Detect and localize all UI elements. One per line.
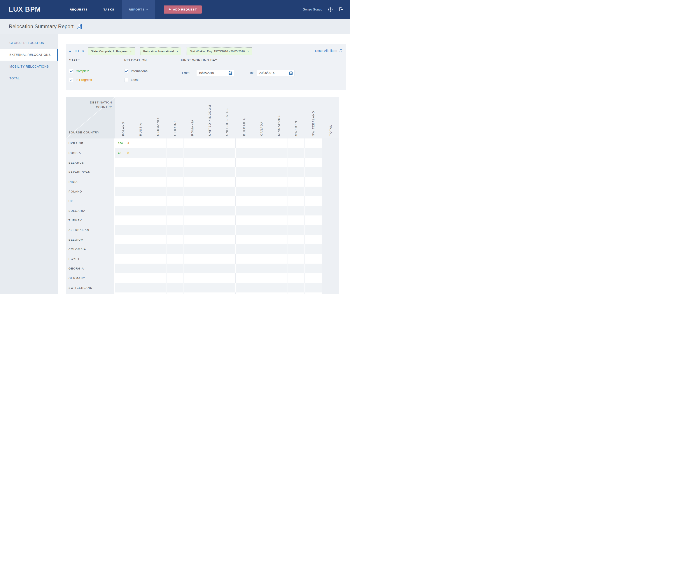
to-date-input[interactable] bbox=[257, 71, 289, 75]
table-cell bbox=[149, 235, 166, 244]
table-cell bbox=[184, 215, 201, 225]
checkbox-complete[interactable]: Complete bbox=[69, 69, 89, 73]
table-cell bbox=[149, 244, 166, 254]
table-cell bbox=[166, 187, 184, 196]
column-header-label: RUSSIA bbox=[139, 123, 142, 136]
table-cell bbox=[218, 244, 236, 254]
table-cell bbox=[287, 167, 305, 177]
table-cell bbox=[149, 196, 166, 206]
table-cell bbox=[236, 254, 253, 264]
from-date-field[interactable] bbox=[196, 70, 234, 76]
logout-icon[interactable] bbox=[339, 7, 343, 12]
table-cell bbox=[287, 292, 305, 294]
table-cell bbox=[201, 273, 218, 283]
column-header-germaniy: GERMANIY bbox=[149, 97, 166, 138]
sidebar-item-global-relocation[interactable]: GLOBAL RELOCATION bbox=[0, 37, 58, 49]
column-header-label: TOTAL bbox=[329, 125, 332, 136]
chip-label: State: Complete, In Progress bbox=[91, 50, 128, 53]
calendar-icon[interactable] bbox=[229, 71, 232, 75]
table-cell bbox=[184, 138, 201, 148]
table-cell bbox=[236, 264, 253, 273]
column-header-label: SWITZERLAND bbox=[312, 111, 315, 136]
chip-label: First Working Day: 19/05/2016 - 20/05/20… bbox=[190, 50, 245, 53]
sidebar-item-external-relocations[interactable]: EXTERNAL RELOCATIONS bbox=[0, 49, 58, 61]
table-cell bbox=[149, 177, 166, 187]
table-cell bbox=[166, 148, 184, 158]
checkbox-local[interactable]: Local bbox=[124, 78, 138, 82]
filter-chip-relocation[interactable]: Relocation: International × bbox=[140, 47, 181, 55]
reset-all-filters[interactable]: Reset All Filters bbox=[315, 49, 343, 53]
table-row-poland: POLAND bbox=[66, 187, 339, 196]
table-cell bbox=[184, 196, 201, 206]
table-cell bbox=[132, 177, 149, 187]
column-header-singapore: SINGAPORE bbox=[270, 97, 287, 138]
user-name[interactable]: Gonzo Gonzo bbox=[303, 8, 322, 11]
table-cell bbox=[236, 292, 253, 294]
table-cell bbox=[305, 264, 322, 273]
filter-chip-first-working-day[interactable]: First Working Day: 19/05/2016 - 20/05/20… bbox=[187, 47, 252, 55]
sidebar-item-total[interactable]: TOTAL bbox=[0, 72, 58, 84]
table-cell bbox=[132, 158, 149, 167]
column-header-label: BULGARIA bbox=[243, 118, 246, 136]
row-label: SWITZERLAND bbox=[66, 283, 115, 292]
state-section-label: STATE bbox=[69, 58, 80, 62]
column-header-poland: POLAND bbox=[115, 97, 132, 138]
calendar-icon[interactable] bbox=[289, 71, 293, 75]
row-label: UK bbox=[66, 196, 115, 206]
table-cell bbox=[322, 167, 339, 177]
close-icon[interactable]: × bbox=[130, 49, 132, 53]
close-icon[interactable]: × bbox=[247, 49, 249, 53]
table-cell bbox=[149, 158, 166, 167]
table-cell bbox=[166, 215, 184, 225]
table-cell bbox=[270, 177, 287, 187]
row-label: INDIA bbox=[66, 177, 115, 187]
table-cell bbox=[201, 292, 218, 294]
from-date-input[interactable] bbox=[196, 71, 229, 75]
checkbox-in-progress[interactable]: In Progress bbox=[69, 78, 92, 82]
nav-item-tasks[interactable]: TASKS bbox=[96, 0, 122, 19]
table-cell bbox=[236, 138, 253, 148]
chip-label: Relocation: International bbox=[143, 50, 174, 53]
nav-item-requests[interactable]: REQUESTS bbox=[62, 0, 96, 19]
filter-toggle[interactable]: FILTER bbox=[69, 49, 84, 53]
checkbox-icon[interactable] bbox=[124, 78, 128, 82]
table-cell bbox=[236, 225, 253, 235]
table-cell bbox=[166, 225, 184, 235]
filter-toggle-label: FILTER bbox=[73, 49, 84, 53]
destination-country-label: DESTINATION COUNTRY bbox=[86, 100, 112, 110]
table-cell bbox=[184, 177, 201, 187]
close-icon[interactable]: × bbox=[176, 49, 178, 53]
table-cell bbox=[305, 283, 322, 292]
sidebar-item-mobility-relocations[interactable]: MOBILITY RELOCATIONS bbox=[0, 61, 58, 72]
to-date-field[interactable] bbox=[257, 70, 294, 76]
table-cell bbox=[132, 196, 149, 206]
table-row-bulgaria: BULGARIA bbox=[66, 206, 339, 215]
row-label: UKRAINE bbox=[66, 138, 115, 148]
checkbox-icon[interactable] bbox=[124, 69, 128, 73]
filter-chip-state[interactable]: State: Complete, In Progress × bbox=[88, 47, 135, 55]
table-cell bbox=[184, 264, 201, 273]
table-cell bbox=[132, 138, 149, 148]
table-cell bbox=[201, 177, 218, 187]
checkbox-icon[interactable] bbox=[69, 69, 73, 73]
table-cell bbox=[166, 264, 184, 273]
checkbox-international[interactable]: International bbox=[124, 69, 148, 73]
checkbox-icon[interactable] bbox=[69, 78, 73, 82]
report-sidebar: GLOBAL RELOCATIONEXTERNAL RELOCATIONSMOB… bbox=[0, 34, 58, 294]
table-cell bbox=[270, 264, 287, 273]
table-cell bbox=[149, 225, 166, 235]
table-cell bbox=[184, 167, 201, 177]
table-cell bbox=[322, 254, 339, 264]
nav-item-reports[interactable]: REPORTS bbox=[122, 0, 155, 19]
table-row-switzerland: SWITZERLAND bbox=[66, 283, 339, 292]
export-excel-icon[interactable]: X bbox=[76, 24, 82, 30]
title-bar: Relocation Summary Report X bbox=[0, 19, 350, 34]
info-icon[interactable] bbox=[328, 7, 333, 12]
add-request-button[interactable]: + ADD REQUEST bbox=[164, 5, 202, 14]
table-cell bbox=[201, 235, 218, 244]
table-cell bbox=[287, 235, 305, 244]
table-corner-cell: DESTINATION COUNTRY SOURSE COUNTRY bbox=[66, 97, 115, 138]
table-cell bbox=[115, 283, 132, 292]
table-cell bbox=[218, 235, 236, 244]
table-cell bbox=[236, 283, 253, 292]
